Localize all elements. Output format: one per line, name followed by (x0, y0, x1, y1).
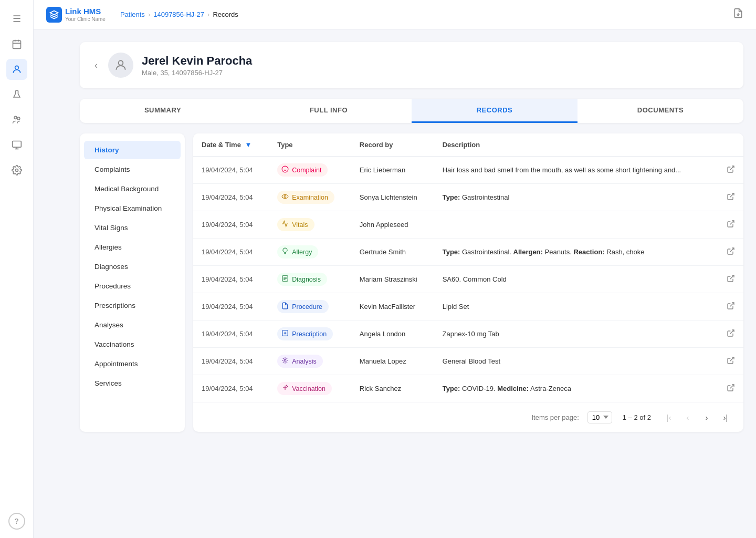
cell-record-by: Kevin MacFallister (351, 293, 434, 320)
next-page-button[interactable]: › (699, 410, 714, 425)
nav-item-services[interactable]: Services (84, 374, 181, 392)
cell-date: 19/04/2024, 5:04 (193, 266, 269, 293)
nav-item-prescriptions[interactable]: Prescriptions (84, 296, 181, 315)
export-icon[interactable] (733, 8, 743, 21)
table-row: 19/04/2024, 5:04 Examination Sonya Licht… (193, 184, 743, 211)
top-nav: Link HMS Your Clinic Name Patients › 140… (34, 0, 756, 29)
breadcrumb-patient-id[interactable]: 14097856-HJ-27 (153, 11, 204, 18)
icon-sidebar: ☰ ? (0, 0, 34, 538)
patient-name: Jerel Kevin Parocha (142, 54, 252, 68)
sidebar-staff-icon[interactable] (6, 109, 27, 130)
cell-open[interactable] (718, 211, 743, 239)
cell-date: 19/04/2024, 5:04 (193, 184, 269, 211)
open-record-icon[interactable] (727, 248, 735, 257)
nav-item-appointments[interactable]: Appointments (84, 355, 181, 373)
open-record-icon[interactable] (727, 166, 735, 175)
per-page-select[interactable]: 10 20 50 (587, 411, 612, 423)
open-record-icon[interactable] (727, 385, 735, 394)
breadcrumb-patients[interactable]: Patients (120, 11, 145, 18)
cell-type: Diagnosis (269, 266, 351, 293)
svg-point-12 (119, 60, 123, 65)
svg-point-34 (284, 359, 286, 361)
svg-rect-0 (13, 40, 20, 48)
tab-fullinfo[interactable]: FULL INFO (246, 99, 412, 123)
cell-record-by: Rick Sanchez (351, 375, 434, 402)
col-type: Type (269, 133, 351, 157)
nav-item-vital-signs[interactable]: Vital Signs (84, 219, 181, 237)
open-record-icon[interactable] (727, 357, 735, 366)
open-record-icon[interactable] (727, 330, 735, 339)
sidebar-lab-icon[interactable] (6, 84, 27, 105)
sidebar-patients-icon[interactable] (6, 59, 27, 80)
tab-documents[interactable]: DOCUMENTS (578, 99, 743, 123)
cell-record-by: Angela London (351, 320, 434, 348)
nav-item-analyses[interactable]: Analyses (84, 316, 181, 334)
nav-item-physical-examination[interactable]: Physical Examination (84, 199, 181, 218)
cell-date: 19/04/2024, 5:04 (193, 293, 269, 320)
main-content: ‹ Jerel Kevin Parocha Male, 35, 14097856… (67, 29, 756, 538)
page-count: 1 – 2 of 2 (623, 413, 651, 421)
nav-item-procedures[interactable]: Procedures (84, 277, 181, 295)
sidebar-settings-icon[interactable] (6, 160, 27, 181)
cell-date: 19/04/2024, 5:04 (193, 320, 269, 348)
sidebar-menu-icon[interactable]: ☰ (6, 8, 27, 29)
svg-line-23 (730, 248, 734, 252)
table-row: 19/04/2024, 5:04 Diagnosis Mariam Strasz… (193, 266, 743, 293)
badge-icon-vitals (281, 220, 289, 229)
cell-open[interactable] (718, 266, 743, 293)
cell-description (434, 211, 718, 239)
svg-point-10 (15, 169, 18, 172)
records-layout: History Complaints Medical Background Ph… (80, 133, 743, 432)
badge-icon-allergy (281, 247, 289, 256)
table-row: 19/04/2024, 5:04 Analysis Manuela Lopez … (193, 348, 743, 375)
badge-icon-procedure (281, 302, 289, 311)
sidebar-help-icon[interactable]: ? (8, 513, 25, 530)
records-table: Date & Time ▼ Type Record by Description… (193, 133, 743, 402)
open-record-icon[interactable] (727, 303, 735, 312)
type-badge-allergy: Allergy (277, 245, 318, 258)
prev-page-button[interactable]: ‹ (680, 410, 695, 425)
cell-open[interactable] (718, 320, 743, 348)
back-button[interactable]: ‹ (94, 60, 98, 71)
cell-type: Vaccination (269, 375, 351, 402)
svg-line-28 (730, 275, 734, 279)
open-record-icon[interactable] (727, 221, 735, 230)
table-row: 19/04/2024, 5:04 Vaccination Rick Sanche… (193, 375, 743, 402)
col-date[interactable]: Date & Time ▼ (193, 133, 269, 157)
first-page-button[interactable]: |‹ (662, 410, 676, 425)
cell-open[interactable] (718, 157, 743, 184)
sidebar-monitor-icon[interactable] (6, 134, 27, 156)
badge-icon-analysis (281, 357, 289, 366)
sidebar-clock-icon[interactable] (6, 34, 27, 55)
table-header-row: Date & Time ▼ Type Record by Description (193, 133, 743, 157)
logo-sub: Your Clinic Name (65, 16, 106, 22)
cell-open[interactable] (718, 184, 743, 211)
cell-open[interactable] (718, 239, 743, 266)
cell-open[interactable] (718, 348, 743, 375)
nav-item-medical-background[interactable]: Medical Background (84, 180, 181, 198)
nav-item-allergies[interactable]: Allergies (84, 238, 181, 256)
type-badge-vitals: Vitals (277, 218, 314, 231)
tab-summary[interactable]: SUMMARY (80, 99, 246, 123)
cell-open[interactable] (718, 293, 743, 320)
cell-open[interactable] (718, 375, 743, 402)
svg-line-19 (730, 193, 734, 197)
cell-record-by: John Appleseed (351, 211, 434, 239)
last-page-button[interactable]: ›| (718, 410, 733, 425)
nav-item-complaints[interactable]: Complaints (84, 160, 181, 179)
cell-date: 19/04/2024, 5:04 (193, 211, 269, 239)
nav-item-history[interactable]: History (84, 141, 181, 159)
svg-line-20 (730, 221, 734, 224)
svg-point-13 (282, 166, 288, 172)
open-record-icon[interactable] (727, 275, 735, 284)
patient-info: Jerel Kevin Parocha Male, 35, 14097856-H… (142, 54, 252, 77)
tab-records[interactable]: RECORDS (412, 99, 578, 123)
cell-description: General Blood Test (434, 348, 718, 375)
cell-record-by: Sonya Lichtenstein (351, 184, 434, 211)
app-logo: Link HMS Your Clinic Name (46, 7, 106, 23)
nav-item-diagnoses[interactable]: Diagnoses (84, 257, 181, 276)
type-badge-procedure: Procedure (277, 300, 329, 313)
open-record-icon[interactable] (727, 193, 735, 202)
nav-item-vaccinations[interactable]: Vaccinations (84, 335, 181, 354)
cell-description: Type: Gastrointestinal (434, 184, 718, 211)
